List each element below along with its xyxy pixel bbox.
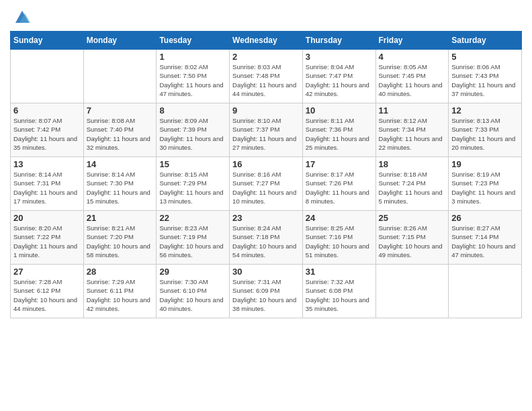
day-info: Sunrise: 8:14 AM Sunset: 7:31 PM Dayligh… bbox=[13, 170, 81, 205]
calendar-cell: 4Sunrise: 8:05 AM Sunset: 7:45 PM Daylig… bbox=[375, 50, 449, 103]
day-number: 22 bbox=[159, 213, 226, 223]
day-number: 14 bbox=[87, 159, 154, 169]
calendar-cell: 14Sunrise: 8:14 AM Sunset: 7:30 PM Dayli… bbox=[83, 157, 157, 211]
calendar-cell: 28Sunrise: 7:29 AM Sunset: 6:11 PM Dayli… bbox=[83, 265, 157, 318]
day-number: 2 bbox=[232, 52, 300, 62]
day-info: Sunrise: 8:07 AM Sunset: 7:42 PM Dayligh… bbox=[13, 116, 81, 152]
calendar-cell: 22Sunrise: 8:23 AM Sunset: 7:19 PM Dayli… bbox=[157, 211, 230, 265]
day-info: Sunrise: 8:20 AM Sunset: 7:22 PM Dayligh… bbox=[13, 224, 81, 259]
calendar-cell: 8Sunrise: 8:09 AM Sunset: 7:39 PM Daylig… bbox=[157, 103, 230, 157]
day-number: 16 bbox=[232, 159, 300, 169]
day-number: 11 bbox=[379, 105, 446, 116]
calendar-cell bbox=[449, 265, 522, 318]
weekday-row: SundayMondayTuesdayWednesdayThursdayFrid… bbox=[11, 32, 522, 50]
day-info: Sunrise: 8:21 AM Sunset: 7:20 PM Dayligh… bbox=[87, 224, 154, 259]
day-info: Sunrise: 8:09 AM Sunset: 7:39 PM Dayligh… bbox=[159, 116, 226, 152]
day-number: 3 bbox=[306, 52, 373, 62]
day-number: 17 bbox=[306, 159, 373, 169]
day-number: 12 bbox=[451, 105, 519, 116]
day-number: 28 bbox=[87, 267, 154, 277]
weekday-header-friday: Friday bbox=[375, 32, 449, 50]
page: SundayMondayTuesdayWednesdayThursdayFrid… bbox=[0, 0, 532, 411]
calendar-cell: 31Sunrise: 7:32 AM Sunset: 6:08 PM Dayli… bbox=[302, 265, 375, 318]
calendar-cell: 6Sunrise: 8:07 AM Sunset: 7:42 PM Daylig… bbox=[11, 103, 84, 157]
day-info: Sunrise: 8:26 AM Sunset: 7:15 PM Dayligh… bbox=[379, 224, 446, 259]
day-number: 19 bbox=[451, 159, 519, 169]
calendar-cell bbox=[375, 265, 449, 318]
week-row-2: 6Sunrise: 8:07 AM Sunset: 7:42 PM Daylig… bbox=[11, 103, 522, 157]
day-info: Sunrise: 8:17 AM Sunset: 7:26 PM Dayligh… bbox=[306, 170, 373, 205]
weekday-header-sunday: Sunday bbox=[11, 32, 84, 50]
calendar-cell: 1Sunrise: 8:02 AM Sunset: 7:50 PM Daylig… bbox=[157, 50, 230, 103]
calendar-cell bbox=[83, 50, 157, 103]
day-info: Sunrise: 8:25 AM Sunset: 7:16 PM Dayligh… bbox=[306, 224, 373, 259]
day-number: 20 bbox=[13, 213, 81, 223]
calendar-header: SundayMondayTuesdayWednesdayThursdayFrid… bbox=[11, 32, 522, 50]
day-info: Sunrise: 8:23 AM Sunset: 7:19 PM Dayligh… bbox=[159, 224, 226, 259]
day-info: Sunrise: 8:10 AM Sunset: 7:37 PM Dayligh… bbox=[232, 116, 300, 152]
day-info: Sunrise: 8:15 AM Sunset: 7:29 PM Dayligh… bbox=[159, 170, 226, 205]
day-number: 1 bbox=[159, 52, 226, 62]
calendar-cell: 30Sunrise: 7:31 AM Sunset: 6:09 PM Dayli… bbox=[230, 265, 303, 318]
calendar-cell: 25Sunrise: 8:26 AM Sunset: 7:15 PM Dayli… bbox=[375, 211, 449, 265]
weekday-header-monday: Monday bbox=[83, 32, 157, 50]
calendar-cell: 15Sunrise: 8:15 AM Sunset: 7:29 PM Dayli… bbox=[157, 157, 230, 211]
day-number: 13 bbox=[13, 159, 81, 169]
calendar-cell: 7Sunrise: 8:08 AM Sunset: 7:40 PM Daylig… bbox=[83, 103, 157, 157]
calendar-cell: 17Sunrise: 8:17 AM Sunset: 7:26 PM Dayli… bbox=[302, 157, 375, 211]
header bbox=[10, 7, 522, 26]
weekday-header-wednesday: Wednesday bbox=[230, 32, 303, 50]
calendar-cell: 21Sunrise: 8:21 AM Sunset: 7:20 PM Dayli… bbox=[83, 211, 157, 265]
day-number: 24 bbox=[306, 213, 373, 223]
day-number: 6 bbox=[13, 105, 81, 116]
weekday-header-tuesday: Tuesday bbox=[157, 32, 230, 50]
day-number: 27 bbox=[13, 267, 81, 277]
calendar-cell: 5Sunrise: 8:06 AM Sunset: 7:43 PM Daylig… bbox=[449, 50, 522, 103]
calendar-cell: 3Sunrise: 8:04 AM Sunset: 7:47 PM Daylig… bbox=[302, 50, 375, 103]
day-info: Sunrise: 8:12 AM Sunset: 7:34 PM Dayligh… bbox=[379, 116, 446, 152]
week-row-4: 20Sunrise: 8:20 AM Sunset: 7:22 PM Dayli… bbox=[11, 211, 522, 265]
calendar-cell bbox=[11, 50, 84, 103]
calendar-cell: 24Sunrise: 8:25 AM Sunset: 7:16 PM Dayli… bbox=[302, 211, 375, 265]
day-number: 15 bbox=[159, 159, 226, 169]
day-info: Sunrise: 8:19 AM Sunset: 7:23 PM Dayligh… bbox=[451, 170, 519, 205]
day-info: Sunrise: 8:11 AM Sunset: 7:36 PM Dayligh… bbox=[306, 116, 373, 152]
calendar-cell: 16Sunrise: 8:16 AM Sunset: 7:27 PM Dayli… bbox=[230, 157, 303, 211]
day-number: 25 bbox=[379, 213, 446, 223]
day-info: Sunrise: 8:08 AM Sunset: 7:40 PM Dayligh… bbox=[87, 116, 154, 152]
calendar-cell: 19Sunrise: 8:19 AM Sunset: 7:23 PM Dayli… bbox=[449, 157, 522, 211]
logo bbox=[10, 7, 32, 26]
calendar-cell: 29Sunrise: 7:30 AM Sunset: 6:10 PM Dayli… bbox=[157, 265, 230, 318]
day-info: Sunrise: 7:30 AM Sunset: 6:10 PM Dayligh… bbox=[159, 277, 226, 313]
week-row-5: 27Sunrise: 7:28 AM Sunset: 6:12 PM Dayli… bbox=[11, 265, 522, 318]
calendar-cell: 18Sunrise: 8:18 AM Sunset: 7:24 PM Dayli… bbox=[375, 157, 449, 211]
day-info: Sunrise: 8:05 AM Sunset: 7:45 PM Dayligh… bbox=[379, 62, 446, 98]
day-info: Sunrise: 8:04 AM Sunset: 7:47 PM Dayligh… bbox=[306, 62, 373, 98]
day-info: Sunrise: 8:18 AM Sunset: 7:24 PM Dayligh… bbox=[379, 170, 446, 205]
day-number: 10 bbox=[306, 105, 373, 116]
day-number: 29 bbox=[159, 267, 226, 277]
calendar-cell: 27Sunrise: 7:28 AM Sunset: 6:12 PM Dayli… bbox=[11, 265, 84, 318]
calendar-cell: 20Sunrise: 8:20 AM Sunset: 7:22 PM Dayli… bbox=[11, 211, 84, 265]
calendar-cell: 12Sunrise: 8:13 AM Sunset: 7:33 PM Dayli… bbox=[449, 103, 522, 157]
day-info: Sunrise: 8:02 AM Sunset: 7:50 PM Dayligh… bbox=[159, 62, 226, 98]
week-row-3: 13Sunrise: 8:14 AM Sunset: 7:31 PM Dayli… bbox=[11, 157, 522, 211]
logo-icon bbox=[13, 7, 32, 26]
day-number: 31 bbox=[306, 267, 373, 277]
day-number: 21 bbox=[87, 213, 154, 223]
day-number: 4 bbox=[379, 52, 446, 62]
weekday-header-thursday: Thursday bbox=[302, 32, 375, 50]
day-number: 23 bbox=[232, 213, 300, 223]
day-info: Sunrise: 8:16 AM Sunset: 7:27 PM Dayligh… bbox=[232, 170, 300, 205]
day-info: Sunrise: 8:06 AM Sunset: 7:43 PM Dayligh… bbox=[451, 62, 519, 98]
day-info: Sunrise: 8:27 AM Sunset: 7:14 PM Dayligh… bbox=[451, 224, 519, 259]
calendar-table: SundayMondayTuesdayWednesdayThursdayFrid… bbox=[10, 31, 522, 318]
calendar-cell: 2Sunrise: 8:03 AM Sunset: 7:48 PM Daylig… bbox=[230, 50, 303, 103]
calendar-cell: 11Sunrise: 8:12 AM Sunset: 7:34 PM Dayli… bbox=[375, 103, 449, 157]
day-info: Sunrise: 8:13 AM Sunset: 7:33 PM Dayligh… bbox=[451, 116, 519, 152]
day-number: 18 bbox=[379, 159, 446, 169]
day-number: 5 bbox=[451, 52, 519, 62]
day-number: 30 bbox=[232, 267, 300, 277]
day-number: 9 bbox=[232, 105, 300, 116]
day-info: Sunrise: 8:24 AM Sunset: 7:18 PM Dayligh… bbox=[232, 224, 300, 259]
